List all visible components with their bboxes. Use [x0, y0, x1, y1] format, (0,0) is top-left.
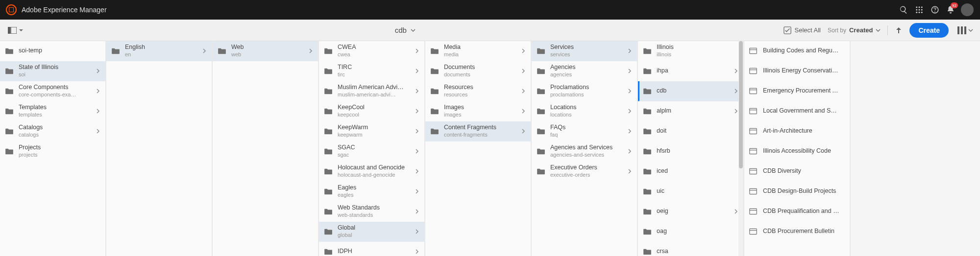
column-item[interactable]: Globalglobal	[319, 222, 424, 242]
chevron-right-icon	[521, 127, 528, 136]
help-icon[interactable]	[927, 2, 943, 18]
column-4: MediamediaDocumentsdocumentsResourcesres…	[425, 41, 532, 256]
folder-icon	[430, 68, 439, 74]
item-subtitle: illinois	[657, 51, 734, 58]
column-item[interactable]: Core Componentscore-components-exa…	[0, 81, 105, 101]
column-item[interactable]: oeig	[638, 202, 743, 222]
column-item[interactable]: Building Codes and Regulations	[744, 41, 850, 61]
column-item[interactable]: Imagesimages	[425, 101, 531, 121]
item-title: Art-in-Architecture	[763, 127, 840, 135]
notifications-icon[interactable]: 92	[943, 2, 958, 18]
column-item[interactable]: Illinois Accessibility Code	[744, 141, 850, 162]
column-item[interactable]: Web Standardsweb-standards	[319, 202, 424, 222]
item-title: oeig	[657, 208, 734, 215]
column-item[interactable]: CDB Diversity	[744, 162, 850, 182]
column-item[interactable]: alplm	[638, 101, 743, 121]
item-title: Muslim American Advi…	[338, 84, 415, 92]
page-icon	[749, 228, 758, 235]
column-item[interactable]: cdb	[638, 81, 743, 101]
column-item[interactable]: Agencies and Servicesagencies-and-servic…	[532, 141, 637, 162]
search-icon[interactable]	[896, 2, 911, 18]
column-item[interactable]: IDPH	[319, 242, 424, 256]
column-item[interactable]: hfsrb	[638, 141, 743, 162]
column-item[interactable]: Mediamedia	[425, 41, 531, 61]
breadcrumb-dropdown-icon[interactable]	[411, 28, 416, 33]
item-title: CWEA	[338, 44, 415, 51]
column-item[interactable]: CDB Prequalification and Vend…	[744, 202, 850, 222]
column-item[interactable]: Local Government and School…	[744, 101, 850, 121]
column-item[interactable]: Executive Ordersexecutive-orders	[532, 162, 637, 182]
column-item[interactable]: TIRCtirc	[319, 61, 424, 81]
item-title: Projects	[19, 144, 96, 152]
column-item[interactable]: Servicesservices	[532, 41, 637, 61]
column-item[interactable]: CDB Procurement Bulletin	[744, 222, 850, 242]
chevron-right-icon	[627, 67, 634, 75]
user-avatar[interactable]	[958, 2, 974, 18]
item-title: State of Illinois	[19, 64, 96, 71]
column-item[interactable]: Illinois Energy Conservation C…	[744, 61, 850, 81]
column-item[interactable]: doit	[638, 121, 743, 141]
column-item[interactable]: Projectsprojects	[0, 141, 105, 162]
column-7: Building Codes and RegulationsIllinois E…	[744, 41, 851, 256]
folder-icon	[537, 168, 545, 175]
svg-rect-23	[750, 128, 757, 134]
folder-icon	[5, 108, 14, 115]
column-item[interactable]: Emergency Procurement Awar…	[744, 81, 850, 101]
column-item[interactable]: CDB Design-Build Projects	[744, 182, 850, 202]
sort-by-control[interactable]: Sort by Created	[828, 26, 881, 34]
column-item[interactable]: Holocaust and Genocideholocaust-and-geno…	[319, 162, 424, 182]
column-item[interactable]: Eagleseagles	[319, 182, 424, 202]
column-item[interactable]: SGACsgac	[319, 141, 424, 162]
column-item[interactable]: Templatestemplates	[0, 101, 105, 121]
column-item[interactable]: ihpa	[638, 61, 743, 81]
scrollbar-thumb[interactable]	[739, 41, 743, 168]
select-all-button[interactable]: Select All	[784, 26, 820, 34]
view-switcher[interactable]	[956, 26, 975, 34]
item-title: Eagles	[338, 184, 415, 192]
column-item[interactable]: Catalogscatalogs	[0, 121, 105, 141]
item-title: uic	[657, 187, 734, 195]
chevron-right-icon	[627, 47, 634, 55]
folder-icon	[5, 88, 14, 94]
toolbar-separator	[887, 25, 888, 35]
column-item[interactable]: Art-in-Architecture	[744, 121, 850, 141]
breadcrumb-current[interactable]: cdb	[395, 26, 407, 34]
column-item[interactable]: Agenciesagencies	[532, 61, 637, 81]
column-item[interactable]: State of Illinoissoi	[0, 61, 105, 81]
column-item[interactable]: KeepWarmkeepwarm	[319, 121, 424, 141]
svg-point-8	[921, 12, 923, 13]
chevron-right-icon	[627, 107, 634, 116]
item-subtitle: locations	[550, 112, 627, 118]
item-title: TIRC	[338, 64, 415, 71]
column-item[interactable]: Muslim American Advi…muslim-american-adv…	[319, 81, 424, 101]
item-title: Core Components	[19, 84, 96, 92]
rail-toggle[interactable]	[5, 25, 26, 36]
column-item[interactable]: crsa	[638, 242, 743, 256]
column-item[interactable]: Content Fragmentscontent-fragments	[425, 121, 531, 141]
column-item[interactable]: KeepCoolkeepcool	[319, 101, 424, 121]
sort-direction-icon[interactable]	[895, 26, 903, 34]
column-item[interactable]: soi-temp	[0, 41, 105, 61]
column-item[interactable]: Resourcesresources	[425, 81, 531, 101]
column-item[interactable]: uic	[638, 182, 743, 202]
column-item[interactable]: CWEAcwea	[319, 41, 424, 61]
column-item[interactable]: Proclamationsproclamations	[532, 81, 637, 101]
column-item[interactable]: FAQsfaq	[532, 121, 637, 141]
column-item[interactable]: oag	[638, 222, 743, 242]
create-button[interactable]: Create	[909, 23, 949, 38]
chevron-right-icon	[521, 67, 528, 75]
column-item[interactable]: iced	[638, 162, 743, 182]
column-3: CWEAcweaTIRCtircMuslim American Advi…mus…	[319, 41, 425, 256]
column-item[interactable]: Webweb	[213, 41, 318, 61]
column-item[interactable]: Documentsdocuments	[425, 61, 531, 81]
apps-grid-icon[interactable]	[911, 2, 927, 18]
scrollbar[interactable]	[738, 41, 743, 256]
aem-logo-icon[interactable]	[6, 4, 17, 15]
column-item[interactable]: Englishen	[106, 41, 212, 61]
item-subtitle: services	[550, 51, 627, 58]
column-item[interactable]: Illinoisillinois	[638, 41, 743, 61]
item-title: IDPH	[338, 248, 415, 256]
column-item[interactable]: Locationslocations	[532, 101, 637, 121]
chevron-right-icon	[415, 67, 421, 75]
column-1: Englishen	[106, 41, 213, 256]
